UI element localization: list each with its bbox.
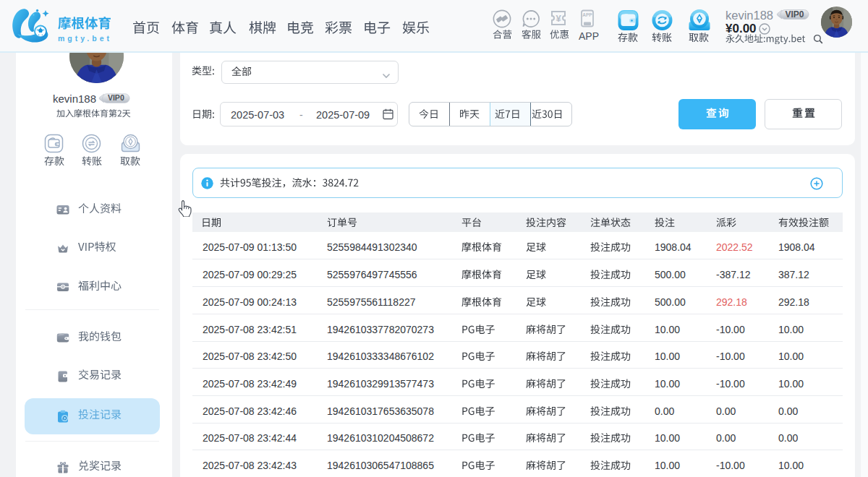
svg-text:¥: ¥ (556, 13, 561, 24)
svg-text:APP: APP (582, 12, 592, 17)
svg-text:VIP0: VIP0 (108, 93, 124, 102)
svg-text:VIP0: VIP0 (785, 9, 804, 20)
